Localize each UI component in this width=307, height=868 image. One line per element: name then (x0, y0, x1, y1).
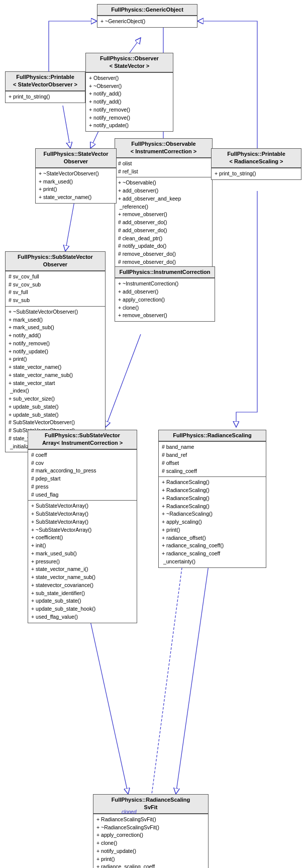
box-subsvobserver-fields: # sv_cov_full # sv_cov_sub # sv_full # s… (6, 271, 105, 306)
box-printable-radiancescaling-methods: + print_to_string() (212, 168, 301, 179)
box-radiance-scaling: FullPhysics::RadianceScaling # band_name… (158, 430, 266, 568)
box-observable-ic-title: FullPhysics::Observable< InstrumentCorre… (115, 139, 212, 158)
box-subsvarray-ic: FullPhysics::SubStateVectorArray< Instru… (28, 430, 137, 623)
box-svobserver-methods: + ~StateVectorObserver() + mark_used() +… (36, 168, 116, 203)
box-observer-statevector-title: FullPhysics::Observer< StateVector > (86, 53, 173, 72)
box-observable-ic: FullPhysics::Observable< InstrumentCorre… (115, 138, 213, 268)
box-radiance-scaling-title: FullPhysics::RadianceScaling (159, 430, 266, 441)
box-radiance-scaling-svfit-title: FullPhysics::RadianceScalingSvFit (93, 795, 208, 814)
box-printable-radiancescaling: FullPhysics::Printable< RadianceScaling … (211, 148, 301, 180)
box-radiance-scaling-methods: + RadianceScaling() + RadianceScaling() … (159, 476, 266, 567)
box-radiance-scaling-fields: # band_name # band_ref # offset # scalin… (159, 441, 266, 476)
box-radiance-scaling-svfit-methods: + RadianceScalingSvFit() + ~RadianceScal… (93, 814, 208, 868)
box-generic-object-title: FullPhysics::GenericObject (97, 5, 197, 16)
box-radiance-scaling-svfit: FullPhysics::RadianceScalingSvFit + Radi… (93, 794, 209, 868)
box-printable-svobserver: FullPhysics::Printable< StateVectorObser… (5, 71, 85, 103)
svg-line-12 (150, 538, 186, 809)
box-observer-statevector: FullPhysics::Observer< StateVector > + O… (85, 53, 173, 132)
box-observer-statevector-methods: + Observer() + ~Observer() + notify_add(… (86, 72, 173, 131)
box-observable-ic-fields: # olist # ref_list (115, 158, 212, 177)
svg-line-9 (106, 334, 141, 427)
svg-line-10 (176, 548, 211, 794)
box-observable-ic-methods: + ~Observable() + add_observer() + add_o… (115, 177, 212, 267)
box-printable-svobserver-title: FullPhysics::Printable< StateVectorObser… (6, 72, 85, 91)
box-subsvarray-ic-title: FullPhysics::SubStateVectorArray< Instru… (28, 430, 137, 449)
svg-line-4 (65, 196, 75, 251)
box-subsvobserver: FullPhysics::SubStateVectorObserver # sv… (5, 251, 106, 452)
box-subsvobserver-title: FullPhysics::SubStateVectorObserver (6, 252, 105, 271)
svg-line-1 (130, 38, 141, 53)
box-generic-object-methods: + ~GenericObject() (97, 16, 197, 27)
box-svobserver: FullPhysics::StateVectorObserver + ~Stat… (35, 148, 117, 204)
cloned-label: cloned (122, 809, 136, 815)
box-subsvarray-ic-fields: # coeff # cov # mark_according_to_press … (28, 449, 137, 501)
box-svobserver-title: FullPhysics::StateVectorObserver (36, 149, 116, 168)
box-instrument-correction: FullPhysics::InstrumentCorrection + ~Ins… (115, 266, 215, 322)
box-printable-svobserver-methods: + print_to_string() (6, 91, 85, 103)
box-printable-radiancescaling-title: FullPhysics::Printable< RadianceScaling … (212, 149, 301, 168)
box-instrument-correction-methods: + ~InstrumentCorrection() + add_observer… (115, 278, 215, 321)
box-instrument-correction-title: FullPhysics::InstrumentCorrection (115, 267, 215, 278)
uml-diagram: FullPhysics::GenericObject + ~GenericObj… (0, 0, 307, 868)
box-subsvarray-ic-methods: + SubStateVectorArray() + SubStateVector… (28, 500, 137, 622)
box-generic-object: FullPhysics::GenericObject + ~GenericObj… (97, 4, 197, 28)
svg-line-3 (63, 106, 70, 148)
